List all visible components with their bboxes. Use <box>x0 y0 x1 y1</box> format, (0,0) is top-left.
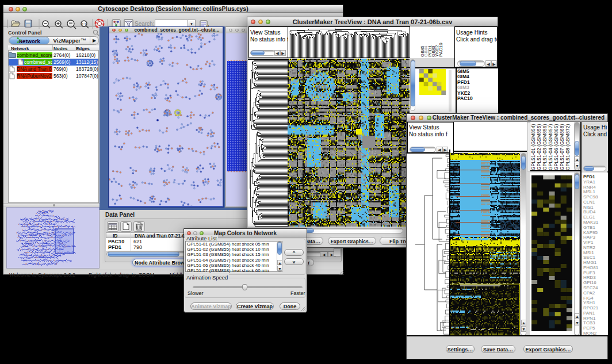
svg-text:FIG4: FIG4 <box>583 296 594 301</box>
svg-text:GPL51-01 (GSM854): GPL51-01 (GSM854) <box>530 124 536 170</box>
svg-text:BUD4: BUD4 <box>583 209 596 214</box>
svg-text:GPL51-07 (GSM868): GPL51-07 (GSM868) <box>559 124 565 170</box>
svg-text:MSI1: MSI1 <box>583 250 594 255</box>
svg-text:NIS1: NIS1 <box>583 205 594 210</box>
svg-text:YRA1: YRA1 <box>583 179 595 185</box>
svg-text:KAP95: KAP95 <box>583 230 598 235</box>
svg-text:MSL1: MSL1 <box>583 189 595 194</box>
svg-text:MAK31: MAK31 <box>583 220 599 225</box>
svg-text:GPL51-02 (GSM855): GPL51-02 (GSM855) <box>536 124 542 170</box>
svg-text:CLN1: CLN1 <box>583 200 595 205</box>
svg-text:SPC98: SPC98 <box>583 194 598 200</box>
svg-text:VIP1: VIP1 <box>583 240 594 245</box>
svg-text:GPL51-08 (GSM872): GPL51-08 (GSM872) <box>565 124 571 170</box>
svg-text:TCB3: TCB3 <box>583 320 595 325</box>
svg-text:PHO81: PHO81 <box>583 265 599 270</box>
svg-text:PAN1: PAN1 <box>583 311 595 316</box>
svg-text:ELG1: ELG1 <box>583 214 595 220</box>
svg-text:PAC10: PAC10 <box>438 43 443 57</box>
svg-text:HAP3: HAP3 <box>583 235 595 240</box>
svg-text:SEC1: SEC1 <box>583 255 595 260</box>
svg-text:RNR4: RNR4 <box>583 185 596 190</box>
svg-text:YSH1: YSH1 <box>583 300 595 305</box>
svg-text:GPL51-03 (GSM856): GPL51-03 (GSM856) <box>542 124 548 170</box>
svg-text:SEC24: SEC24 <box>583 285 598 290</box>
svg-text:GPI16: GPI16 <box>583 280 596 285</box>
svg-text:HRD3: HRD3 <box>583 275 596 280</box>
svg-text:GPL51-06 (GSM865): GPL51-06 (GSM865) <box>553 124 559 170</box>
svg-text:PFD1: PFD1 <box>583 174 595 179</box>
svg-text:RPO21: RPO21 <box>583 305 599 311</box>
svg-text:1:1: 1:1 <box>82 22 86 26</box>
svg-text:PUF3: PUF3 <box>583 270 595 275</box>
svg-text:GTB1: GTB1 <box>583 225 595 230</box>
svg-text:MON2: MON2 <box>583 331 597 335</box>
svg-text:PEP5: PEP5 <box>583 325 595 331</box>
svg-text:NTR2: NTR2 <box>583 245 595 250</box>
svg-text:RPN1: RPN1 <box>583 316 596 321</box>
svg-text:GPL51-04 (GSM857): GPL51-04 (GSM857) <box>548 124 553 170</box>
svg-text:HMG1: HMG1 <box>583 260 597 265</box>
svg-text:CPA2: CPA2 <box>583 290 595 296</box>
